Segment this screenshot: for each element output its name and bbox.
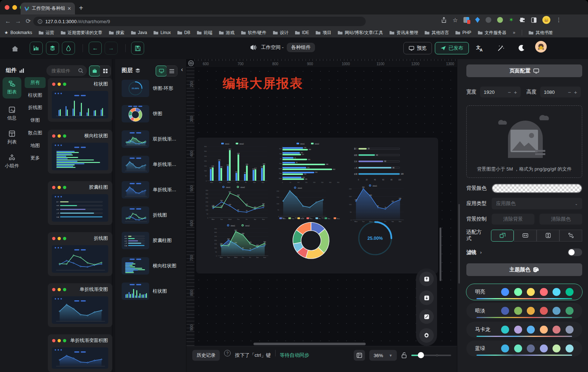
layer-item[interactable]: 饼图 [122, 105, 183, 123]
bookmark-item[interactable]: 游戏 [219, 30, 235, 36]
zoom-slider[interactable] [411, 350, 451, 361]
component-card[interactable]: 单折线渐变图 [48, 283, 112, 327]
redo-button[interactable]: → [105, 42, 118, 55]
back-icon[interactable]: ← [3, 18, 13, 25]
theme-row-dim[interactable]: 暗淡 [466, 303, 582, 319]
category-bar[interactable]: 柱状图 [25, 90, 46, 101]
bookmark-item[interactable]: 网站/博客/文章/工具 [338, 30, 383, 36]
bookmark-item[interactable]: 设计 [273, 30, 289, 36]
layer-list-view-toggle[interactable] [167, 66, 177, 76]
category-map[interactable]: 地图 [25, 140, 46, 151]
details-mode-button[interactable] [62, 42, 75, 55]
search-icon[interactable] [78, 68, 83, 73]
help-icon[interactable]: ? [224, 350, 231, 356]
layer-item[interactable]: 25.00%饼图-环形 [122, 79, 183, 97]
save-button[interactable] [131, 42, 144, 55]
bookmark-item[interactable]: 近期需要读的文章 [61, 30, 102, 36]
category-all[interactable]: 所有 [25, 77, 46, 88]
address-bar[interactable]: 127.0.0.1:3000/#/chart/home/9 [33, 17, 366, 26]
height-plus-button[interactable]: + [574, 89, 577, 95]
bookmark-item[interactable]: IDE [295, 30, 309, 35]
browser-tab[interactable]: 工作空间-各种组件 ✕ [21, 3, 75, 14]
edit-button[interactable] [419, 309, 434, 324]
unlock-icon[interactable] [401, 352, 407, 359]
extension-kite-icon[interactable] [475, 17, 480, 23]
bookmark-item[interactable]: 资讯未整理 [390, 30, 418, 36]
sidebar-tab-info[interactable]: A 信息 [3, 103, 21, 125]
bookmark-item[interactable]: Linux [154, 30, 171, 35]
extension-g-icon[interactable] [463, 17, 469, 23]
background-upload-dropzone[interactable]: 背景图需小于 5M ，格式为 png/jpg/gif 的文件 [466, 105, 582, 178]
chart-line-gradient[interactable]: 0501001502001202001508070110130MonTueWed… [347, 184, 405, 223]
layer-item[interactable]: 折线图 [122, 206, 183, 224]
bookmark-item[interactable]: PHP [455, 30, 471, 35]
bg-color-swatch[interactable] [492, 184, 582, 193]
canvas-text-element[interactable]: 编辑大屏报表 [223, 75, 303, 92]
site-info-icon[interactable] [38, 19, 42, 24]
canvas-board[interactable]: 050100150200250300350Mon120136Tue200130W… [196, 138, 438, 273]
filter-expand-chevron[interactable]: › [480, 250, 482, 255]
browser-menu-icon[interactable]: ⋮ [556, 17, 562, 23]
layout-panel-button[interactable] [354, 350, 365, 361]
bookmark-item[interactable]: 软件/硬件 [241, 30, 266, 36]
single-view-toggle[interactable] [89, 66, 100, 76]
bookmark-star-icon[interactable]: ☆ [453, 17, 458, 24]
slider-knob[interactable] [418, 352, 424, 358]
bookmark-item[interactable]: DB [177, 30, 190, 35]
chart-mode-button[interactable] [30, 42, 43, 55]
reading-list-icon[interactable] [531, 17, 537, 23]
fit-width-option[interactable] [514, 230, 537, 242]
theme-row-bluegreen[interactable]: 蓝绿 [466, 340, 582, 356]
sidebar-tab-charts[interactable]: 图表 [3, 77, 21, 99]
component-card[interactable]: 单折线渐变面积图 [48, 334, 112, 372]
layers-mode-button[interactable] [46, 42, 59, 55]
category-more[interactable]: 更多 [25, 152, 46, 163]
magic-wand-icon[interactable] [497, 45, 504, 52]
extension-green-icon[interactable] [497, 17, 503, 23]
tab-close-icon[interactable]: ✕ [67, 6, 71, 11]
close-window-button[interactable] [5, 5, 9, 10]
chart-line-single[interactable]: 050100150200MonTueWedThuFriSatSundata1 [274, 186, 327, 220]
extensions-puzzle-icon[interactable] [520, 17, 525, 23]
other-bookmarks[interactable]: 其他书签 [529, 30, 553, 36]
bookmark-item[interactable]: Java [131, 30, 147, 35]
layer-item[interactable]: 柱状图 [122, 282, 183, 300]
height-stepper[interactable]: 1080−+ [540, 87, 581, 97]
width-plus-button[interactable]: + [514, 89, 517, 95]
filter-toggle[interactable] [568, 248, 582, 256]
component-card[interactable]: 折线图 [48, 232, 112, 276]
layer-item[interactable]: 厦门南阳北京上海新疆胶囊柱图 [122, 231, 183, 250]
export-button[interactable] [419, 272, 434, 286]
width-stepper[interactable]: 1920−+ [480, 87, 521, 97]
translate-icon[interactable]: 文A [476, 45, 484, 52]
ruler-eye-icon[interactable] [188, 60, 194, 66]
collapse-panel-chevron[interactable]: ‹ [181, 66, 183, 73]
bookmarks-overflow-chevron[interactable]: » [513, 30, 516, 35]
share-icon[interactable] [441, 17, 447, 23]
import-button[interactable] [419, 291, 434, 305]
undo-button[interactable]: ← [89, 42, 102, 55]
fit-scale-option[interactable] [491, 230, 514, 242]
reload-icon[interactable]: ⟳ [23, 17, 33, 25]
history-button[interactable]: 历史记录 [192, 350, 220, 361]
zoom-select[interactable]: 36%▼ [369, 350, 397, 361]
chart-horizontal-bar[interactable]: 050100150200250300350Sun130160Sat110117F… [277, 142, 344, 184]
chart-bar[interactable]: 050100150200250300350Mon120136Tue200130W… [202, 142, 268, 184]
extension-star-icon[interactable]: ✶ [509, 17, 513, 23]
theme-row-bright[interactable]: 明亮 [466, 284, 582, 300]
bookmark-item[interactable]: 运营 [39, 30, 54, 36]
bookmarks-manager[interactable]: ★Bookmarks [4, 30, 32, 35]
preview-button[interactable]: 预览 [403, 42, 432, 54]
theme-row-macaron[interactable]: 马卡龙 [466, 322, 582, 338]
clear-color-button[interactable]: 清除颜色 [539, 214, 582, 225]
grid-view-toggle[interactable] [100, 66, 110, 76]
profile-avatar[interactable]: 😀 [542, 16, 550, 24]
minimize-window-button[interactable] [12, 5, 17, 10]
layer-thumb-view-toggle[interactable] [156, 66, 167, 76]
vertical-scrollbar[interactable] [440, 227, 441, 281]
layer-item[interactable]: 单折线渐… [122, 155, 183, 174]
sidebar-tab-widgets[interactable]: 小组件 [3, 151, 21, 172]
chart-area-dual[interactable]: 0501001502002503003501202001508070110130… [212, 224, 269, 259]
design-canvas[interactable]: 6007008009001000110012001300 20030040050… [186, 59, 457, 346]
bookmark-item[interactable]: 前端 [197, 30, 213, 36]
